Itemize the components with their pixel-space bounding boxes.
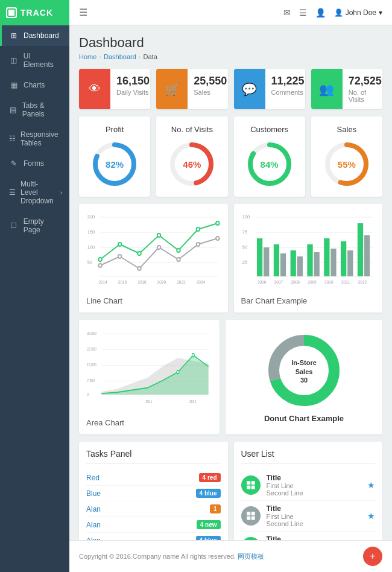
comment-icon: 💬: [242, 82, 257, 97]
svg-point-29: [197, 243, 200, 246]
donut-wrap: In-Store Sales 30: [265, 331, 343, 412]
footer-action-button[interactable]: +: [363, 547, 382, 566]
email-icon[interactable]: ✉: [283, 8, 291, 17]
svg-rect-47: [264, 247, 269, 276]
user-info-1: Title First Line Second Line: [267, 474, 362, 497]
breadcrumb-current: Data: [144, 53, 157, 60]
profit-label: 82%: [106, 159, 124, 170]
svg-rect-91: [251, 512, 254, 515]
breadcrumb-sep1: ›: [99, 53, 101, 60]
svg-point-18: [118, 243, 122, 246]
hamburger-icon[interactable]: ☰: [79, 7, 87, 18]
user-menu[interactable]: 👤 John Doe ▾: [334, 8, 382, 17]
customers-label: 84%: [261, 159, 279, 170]
user-icon-small: 👤: [334, 8, 343, 17]
svg-point-23: [216, 221, 220, 225]
user-info-2: Title First Line Second Line: [267, 504, 362, 527]
visits-icon-box: 👥: [311, 69, 343, 109]
bar-chart-card: 100 75 50 25: [234, 204, 383, 313]
footer-text: Copyright © 2016.Company name All rights…: [79, 552, 264, 561]
svg-rect-87: [251, 481, 254, 485]
star-icon-2[interactable]: ★: [367, 511, 375, 521]
breadcrumb: Home › Dashboard › Data: [79, 53, 382, 60]
svg-text:25: 25: [242, 259, 247, 265]
visits-circle-title: No. of Visits: [162, 125, 221, 134]
svg-rect-86: [247, 481, 250, 485]
ui-elements-icon: ◫: [9, 56, 19, 65]
comments-label: Comments: [271, 89, 305, 96]
sidebar-item-tabs-panels[interactable]: ▤ Tabs & Panels: [0, 95, 69, 124]
svg-rect-57: [347, 250, 353, 276]
main-content: ☰ ✉ ☰ 👤 👤 John Doe ▾ Dashboard Home › Da…: [69, 0, 392, 572]
user-line1-1: First Line: [267, 482, 362, 489]
task-alan2-label[interactable]: Alan: [86, 521, 101, 529]
svg-text:50: 50: [87, 259, 92, 265]
star-icon-1[interactable]: ★: [367, 480, 375, 490]
dropdown-icon: ☰: [9, 188, 16, 197]
forms-icon: ✎: [9, 159, 19, 168]
sidebar-item-responsive-tables[interactable]: ☷ Responsive Tables: [0, 124, 69, 153]
svg-text:100: 100: [87, 244, 95, 250]
eye-icon: 👁: [89, 82, 101, 96]
area-row: 30,000 22,500 15,000 7,500 0: [79, 320, 382, 434]
svg-rect-58: [357, 223, 362, 276]
footer-link[interactable]: 网页模板: [238, 553, 264, 560]
sidebar-navigation: ⊞ Dashboard ◫ UI Elements ▦ Charts ▤ Tab…: [0, 25, 69, 572]
breadcrumb-home[interactable]: Home: [79, 53, 96, 60]
daily-visits-label: Daily Visits: [116, 89, 150, 96]
breadcrumb-dashboard[interactable]: Dashboard: [104, 53, 136, 60]
line-chart-svg: 200 150 100 50: [86, 211, 221, 290]
sidebar-item-empty-page[interactable]: ☐ Empty Page: [0, 211, 69, 240]
line-chart-card: 200 150 100 50: [79, 204, 228, 313]
circles-row: Profit 82% No. of Visits 46%: [79, 116, 382, 197]
svg-text:2014: 2014: [98, 280, 107, 284]
comments-icon-box: 💬: [234, 69, 265, 109]
svg-text:2016: 2016: [118, 280, 127, 284]
profit-circle: 82%: [90, 140, 139, 188]
stat-card-comments: 💬 11,225 Comments: [234, 69, 305, 109]
sales-circle: 55%: [323, 140, 371, 188]
chevron-right-icon: ›: [60, 189, 62, 196]
sidebar-item-empty-label: Empty Page: [24, 217, 62, 234]
svg-text:30,000: 30,000: [87, 331, 96, 335]
circle-card-visits: No. of Visits 46%: [156, 116, 227, 197]
svg-point-25: [118, 255, 122, 258]
task-red-label[interactable]: Red: [86, 474, 100, 482]
sidebar-item-charts[interactable]: ▦ Charts: [0, 75, 69, 95]
sidebar-item-dropdown-label: Multi-Level Dropdown: [21, 180, 55, 205]
user-avatar-1: [241, 475, 261, 495]
sidebar-logo[interactable]: TRACK: [0, 0, 69, 25]
task-blue-label[interactable]: Blue: [86, 489, 101, 498]
svg-rect-55: [330, 249, 336, 276]
svg-text:2010: 2010: [324, 280, 334, 284]
sidebar-item-dashboard[interactable]: ⊞ Dashboard: [0, 25, 69, 46]
svg-text:2011: 2011: [341, 280, 350, 284]
line-chart-title: Line Chart: [86, 296, 221, 305]
task-alan1-label[interactable]: Alan: [86, 505, 101, 513]
sidebar-item-multi-dropdown[interactable]: ☰ Multi-Level Dropdown ›: [0, 174, 69, 211]
svg-rect-92: [247, 516, 250, 520]
user-line2-2: Second Line: [267, 520, 362, 527]
svg-rect-49: [280, 253, 285, 276]
donut-center-text: In-Store Sales 30: [285, 358, 324, 384]
svg-point-80: [192, 354, 194, 357]
sidebar-item-forms-label: Forms: [24, 159, 44, 168]
chevron-down-icon: ▾: [379, 8, 382, 17]
visits-number: 72,525: [349, 75, 382, 87]
topbar-right: ✉ ☰ 👤 👤 John Doe ▾: [283, 8, 382, 17]
page-title: Dashboard: [79, 35, 382, 51]
svg-text:2020: 2020: [157, 280, 166, 284]
user-line1-2: First Line: [267, 513, 362, 520]
sidebar-item-forms[interactable]: ✎ Forms: [0, 153, 69, 174]
svg-point-21: [177, 249, 180, 252]
svg-rect-53: [314, 252, 319, 276]
svg-text:50: 50: [242, 244, 247, 250]
list-icon[interactable]: ☰: [299, 8, 307, 17]
stats-row: 👁 16,150 Daily Visits 🛒 25,550 Sales �: [79, 69, 382, 109]
user-list-item: Title First Line Second Line ★: [241, 532, 376, 540]
user-icon[interactable]: 👤: [315, 8, 326, 17]
sidebar-item-dashboard-label: Dashboard: [24, 31, 59, 40]
sidebar-item-ui-elements[interactable]: ◫ UI Elements: [0, 46, 69, 75]
svg-rect-88: [247, 486, 250, 489]
visits-info: 72,525 No. of Visits: [343, 69, 382, 109]
